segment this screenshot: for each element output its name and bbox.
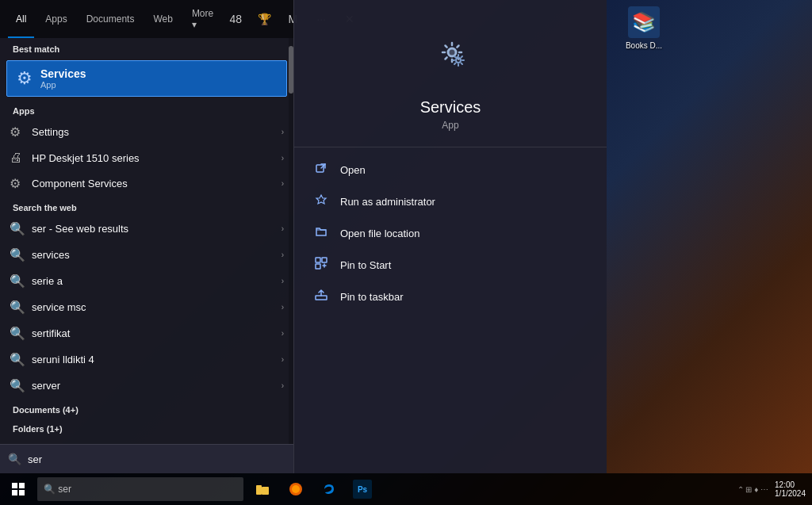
search-icon-sertifikat: 🔍	[10, 326, 32, 341]
web-search-services[interactable]: 🔍 services ›	[0, 242, 293, 268]
search-sertifikat-arrow: ›	[282, 329, 284, 338]
hp-deskjet-label: HP Deskjet 1510 series	[32, 152, 282, 164]
pin-taskbar-label: Pin to taskbar	[340, 291, 404, 303]
search-bar-icon: 🔍	[8, 453, 21, 465]
printer-icon: 🖨	[10, 151, 32, 165]
taskbar-search-value: ser	[58, 484, 71, 495]
best-match-type: App	[40, 80, 86, 90]
search-icon-server: 🔍	[10, 378, 32, 393]
pin-start-label: Pin to Start	[340, 259, 391, 271]
settings-icon: ⚙	[10, 124, 32, 140]
start-button[interactable]	[0, 473, 36, 505]
tab-web[interactable]: Web	[145, 0, 180, 38]
search-bar-text: ser	[28, 453, 285, 465]
books-label: Books D...	[626, 41, 662, 51]
tab-documents[interactable]: Documents	[79, 0, 143, 38]
component-services-arrow: ›	[282, 179, 284, 188]
trophy-icon: 🏆	[253, 8, 275, 30]
right-panel-app-type: App	[442, 120, 458, 131]
tab-more[interactable]: More ▾	[184, 0, 221, 38]
search-services-label: services	[32, 249, 282, 261]
search-serie-label: serie a	[32, 275, 282, 287]
component-services-item[interactable]: ⚙ Component Services ›	[0, 170, 293, 197]
admin-icon	[313, 193, 329, 209]
best-match-item-services[interactable]: ⚙ Services App	[6, 60, 287, 97]
search-web-header: Search the web	[0, 197, 293, 216]
best-match-text: Services App	[40, 67, 86, 90]
documents-section-header: Documents (4+)	[0, 399, 293, 418]
taskbar-search-box[interactable]: 🔍 ser	[37, 477, 243, 501]
right-panel-header: Services App	[294, 0, 607, 147]
search-server-label: server	[32, 380, 282, 392]
search-seruni-label: seruni lldikti 4	[32, 354, 282, 365]
services-app-icon: ⚙	[17, 68, 33, 89]
right-panel: Services App Open Run as administrator	[293, 0, 607, 473]
svg-rect-10	[12, 490, 17, 495]
search-results-panel: Best match ⚙ Services App Apps ⚙ Setting…	[0, 38, 293, 444]
svg-rect-6	[316, 264, 320, 269]
nav-tabs-bar: All Apps Documents Web More ▾ 48 🏆 M ···…	[0, 0, 293, 38]
action-open-location[interactable]: Open file location	[294, 217, 607, 249]
search-servicemsc-label: service msc	[32, 301, 282, 313]
tray-time: 12:001/1/2024	[775, 480, 806, 498]
taskbar-search-icon: 🔍	[44, 484, 56, 495]
open-location-label: Open file location	[340, 228, 419, 239]
taskbar-firefox[interactable]	[280, 473, 312, 505]
best-match-name: Services	[40, 67, 86, 80]
web-search-servicemsc[interactable]: 🔍 service msc ›	[0, 294, 293, 320]
action-pin-start[interactable]: Pin to Start	[294, 249, 607, 281]
web-search-serie[interactable]: 🔍 serie a ›	[0, 268, 293, 294]
right-panel-actions: Open Run as administrator Open file loca…	[294, 147, 607, 319]
start-menu: All Apps Documents Web More ▾ 48 🏆 M ···…	[0, 0, 293, 473]
search-servicemsc-arrow: ›	[282, 303, 284, 312]
search-serie-arrow: ›	[282, 277, 284, 285]
web-search-seruni[interactable]: 🔍 seruni lldikti 4 ›	[0, 346, 293, 373]
component-services-label: Component Services	[32, 178, 282, 189]
tab-apps[interactable]: Apps	[37, 0, 75, 38]
folder-icon	[313, 225, 329, 241]
desktop-icon-books[interactable]: 📚 Books D...	[619, 6, 669, 51]
search-server-arrow: ›	[282, 381, 284, 390]
search-sertifikat-label: sertifikat	[32, 327, 282, 339]
settings-label: Settings	[32, 126, 282, 138]
best-match-header: Best match	[0, 38, 293, 57]
tray-icons: ⌃ ⊞ ♦ ⋯	[737, 485, 768, 494]
search-icon-services: 🔍	[10, 247, 32, 262]
taskbar-pinned-items: Ps	[247, 473, 378, 505]
apps-section-header: Apps	[0, 100, 293, 119]
settings-item[interactable]: ⚙ Settings ›	[0, 119, 293, 145]
search-seruni-arrow: ›	[282, 355, 284, 364]
svg-rect-13	[262, 487, 269, 495]
svg-point-2	[456, 58, 461, 63]
taskbar-file-explorer[interactable]	[247, 473, 278, 505]
svg-rect-11	[19, 490, 25, 495]
tab-all[interactable]: All	[8, 0, 34, 38]
taskbar-photoshop[interactable]: Ps	[347, 473, 378, 505]
pin-start-icon	[313, 257, 329, 273]
svg-rect-8	[12, 483, 17, 488]
run-admin-label: Run as administrator	[340, 196, 435, 208]
taskbar-edge[interactable]	[313, 473, 345, 505]
web-search-server[interactable]: 🔍 server ›	[0, 373, 293, 399]
taskbar: 🔍 ser Ps ⌃ ⊞ ♦ ⋯ 12:001/1/2024	[0, 473, 812, 505]
action-open[interactable]: Open	[294, 154, 607, 186]
open-label: Open	[340, 164, 366, 176]
taskbar-system-tray: ⌃ ⊞ ♦ ⋯ 12:001/1/2024	[737, 480, 812, 498]
action-pin-taskbar[interactable]: Pin to taskbar	[294, 281, 607, 312]
search-icon-ser: 🔍	[10, 221, 32, 236]
score-display: 48	[224, 8, 247, 30]
settings-arrow: ›	[282, 128, 284, 136]
svg-point-15	[292, 485, 300, 493]
web-search-ser[interactable]: 🔍 ser - See web results ›	[0, 216, 293, 242]
svg-rect-4	[316, 258, 320, 262]
books-icon: 📚	[628, 6, 660, 38]
action-run-admin[interactable]: Run as administrator	[294, 186, 607, 217]
search-ser-label: ser - See web results	[32, 223, 282, 235]
hp-deskjet-item[interactable]: 🖨 HP Deskjet 1510 series ›	[0, 145, 293, 170]
web-search-sertifikat[interactable]: 🔍 sertifikat ›	[0, 320, 293, 346]
hp-arrow: ›	[282, 154, 284, 163]
svg-rect-9	[19, 483, 25, 488]
svg-rect-5	[322, 258, 327, 262]
right-panel-app-name: Services	[420, 98, 481, 117]
svg-rect-12	[256, 485, 262, 495]
